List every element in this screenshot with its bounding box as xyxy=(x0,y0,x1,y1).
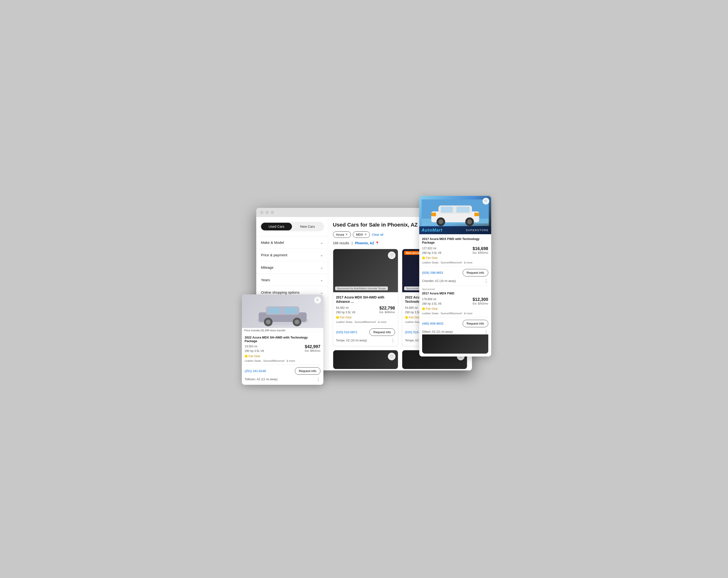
svg-rect-4 xyxy=(284,308,297,314)
location-link[interactable]: Phoenix, AZ 📍 xyxy=(355,241,379,245)
right-car2-price-main: $12,300 xyxy=(472,297,488,302)
deal-dot-floating xyxy=(245,355,248,358)
filter-make-model[interactable]: Make & Model ⌄ xyxy=(256,236,328,248)
filter-chip-acura[interactable]: Acura ✕ xyxy=(333,231,351,238)
right-car2-name: 2017 Acura MDX FWD xyxy=(422,291,488,295)
right-car-name: 2017 Acura MDX FWD with Technology Packa… xyxy=(422,237,488,244)
floating-card-right: ♡ AutoMart SUPERSTORE 2017 Acura MDX FWD… xyxy=(419,196,491,357)
favorite-button-floating[interactable]: ♡ xyxy=(314,297,321,304)
right-request-btn[interactable]: Request info xyxy=(463,269,488,277)
right-car-stats: 127,922 mi 290 hp 3.5L V6 $16,698 Est. $… xyxy=(422,246,488,255)
remove-mdx-icon[interactable]: ✕ xyxy=(364,233,367,236)
traffic-light-minimize[interactable] xyxy=(265,211,269,214)
favorite-button-1[interactable]: ♡ xyxy=(388,252,395,259)
right-car2-phone[interactable]: (480) 608-9833 xyxy=(422,322,443,325)
floating-features: Leather Seats · Sunroof/Moonroof · & mor… xyxy=(245,359,320,362)
deal-dot-icon-2 xyxy=(405,316,408,319)
right-car2-location: Gilbert, AZ (21 mi away) xyxy=(422,330,453,334)
right-car-bottom-image xyxy=(422,335,488,353)
automart-logo: AutoMart xyxy=(422,228,442,233)
right-card-footer: (928) 298-9651 Request info xyxy=(422,266,488,277)
request-info-button-1[interactable]: Request info xyxy=(369,329,395,336)
dealer-location-1: Tempe, AZ (10 mi away) xyxy=(336,339,367,342)
right-car2-location-row: Gilbert, AZ (21 mi away) ⋮ xyxy=(422,329,488,335)
svg-point-6 xyxy=(266,320,270,324)
car-card-3: ♡ xyxy=(333,350,398,369)
filter-chip-mdx-label: MDX xyxy=(356,233,363,236)
automart-badge: AutoMart SUPERSTORE xyxy=(419,226,491,234)
filter-mileage[interactable]: Mileage ⌄ xyxy=(256,261,328,273)
floating-price-main: $42,997 xyxy=(305,344,320,349)
svg-point-16 xyxy=(438,219,443,224)
floating-mileage: 19,563 mi 290 hp 3.5L V6 xyxy=(245,344,264,353)
right-car2-deal: Fair Deal xyxy=(422,307,488,311)
right-phone[interactable]: (928) 298-9651 xyxy=(422,271,443,274)
favorite-button-right[interactable]: ♡ xyxy=(483,198,489,205)
floating-more-btn[interactable]: ⋮ xyxy=(316,377,320,382)
floating-card-footer: (251) 241-8146 Request info xyxy=(245,365,320,375)
car-card-1: ♡ Sponsored by AutoNation Hyundai Tempe … xyxy=(333,249,398,346)
svg-rect-14 xyxy=(457,207,470,213)
filter-price-payment[interactable]: Price & payment ⌄ xyxy=(256,248,328,261)
filter-years-label: Years xyxy=(261,278,270,282)
phone-link-1[interactable]: (520) 510-0871 xyxy=(336,330,357,334)
store-transfer-badge: Price includes $1,999 store transfer xyxy=(242,328,323,333)
filter-mileage-label: Mileage xyxy=(261,265,274,269)
browser-window: Used Cars New Cars Make & Model ⌄ Price … xyxy=(256,208,472,370)
filter-price-label: Price & payment xyxy=(261,253,287,257)
floating-request-btn[interactable]: Request info xyxy=(295,367,320,375)
deal-dot-icon xyxy=(336,316,339,319)
right-car-svg xyxy=(422,200,489,231)
car-stats-1: 84,482 mi 290 hp 3.5L V6 $22,798 Est. $4… xyxy=(336,306,395,315)
location-row-1: Tempe, AZ (10 mi away) ⋮ xyxy=(336,338,395,343)
floating-location: Tolleson, AZ (11 mi away) xyxy=(245,377,278,381)
car-name-1: 2017 Acura MDX SH-AWD with Advance ... xyxy=(336,295,395,304)
car-silhouette-svg xyxy=(252,299,314,328)
filter-make-model-label: Make & Model xyxy=(261,240,284,244)
sponsored-label-1: Sponsored by AutoNation Hyundai Tempe xyxy=(335,287,388,290)
used-cars-toggle[interactable]: Used Cars xyxy=(261,223,292,230)
floating-deal-badge: Fair Deal xyxy=(245,354,320,358)
superstore-label: SUPERSTORE xyxy=(466,229,489,232)
svg-rect-19 xyxy=(431,213,436,216)
car-image-1: ♡ Sponsored by AutoNation Hyundai Tempe xyxy=(333,249,398,292)
clear-all-link[interactable]: Clear all xyxy=(372,233,383,236)
floating-card-image: ♡ Price includes $1,999 store transfer xyxy=(242,294,323,333)
price-monthly-1: Est. $484/mo xyxy=(379,311,395,314)
location-pin-icon: 📍 xyxy=(375,241,379,245)
floating-price: $42,997 Est. $863/mo xyxy=(305,344,320,352)
right-car2-request-btn[interactable]: Request info xyxy=(463,320,488,327)
floating-location-row: Tolleson, AZ (11 mi away) ⋮ xyxy=(245,377,320,382)
filter-years[interactable]: Years ⌄ xyxy=(256,273,328,286)
right-car2-mileage: 176,806 mi 290 hp 3.5L V6 xyxy=(422,297,442,306)
floating-car-name: 2022 Acura MDX SH-AWD with Technology Pa… xyxy=(245,336,320,343)
right-car2-features: Leather Seats · Sunroof/Moonroof · & mor… xyxy=(422,312,488,315)
car-image-3: ♡ xyxy=(333,350,398,369)
chevron-down-icon: ⌄ xyxy=(320,265,323,270)
car-price-1: $22,798 Est. $484/mo xyxy=(379,306,395,314)
remove-acura-icon[interactable]: ✕ xyxy=(345,233,348,236)
filter-chip-mdx[interactable]: MDX ✕ xyxy=(353,231,370,238)
car-type-toggle: Used Cars New Cars xyxy=(260,222,324,231)
right-card-body: 2017 Acura MDX FWD with Technology Packa… xyxy=(419,234,491,357)
right-features: Leather Seats · Sunroof/Moonroof · & mor… xyxy=(422,261,488,264)
card-body-1: 2017 Acura MDX SH-AWD with Advance ... 8… xyxy=(333,292,398,346)
floating-phone[interactable]: (251) 241-8146 xyxy=(245,369,266,373)
traffic-light-close[interactable] xyxy=(260,211,263,214)
right-car2-stats: 176,806 mi 290 hp 3.5L V6 $12,300 Est. $… xyxy=(422,297,488,306)
right-location: Chandler, AZ (16 mi away) xyxy=(422,279,456,283)
filter-chip-acura-label: Acura xyxy=(336,233,344,236)
sponsored-tag-2: Sponsored xyxy=(422,288,488,291)
new-cars-toggle[interactable]: New Cars xyxy=(292,223,323,230)
svg-rect-20 xyxy=(474,213,479,216)
deal-badge-1: Fair Deal xyxy=(336,316,395,319)
price-main-1: $22,798 xyxy=(379,306,395,311)
right-more-btn[interactable]: ⋮ xyxy=(484,278,488,284)
right-card-image: ♡ AutoMart SUPERSTORE xyxy=(419,196,491,234)
more-options-button-1[interactable]: ⋮ xyxy=(391,338,395,343)
svg-rect-3 xyxy=(268,308,280,314)
traffic-light-maximize[interactable] xyxy=(270,211,274,214)
floating-price-monthly: Est. $863/mo xyxy=(305,349,320,352)
right-car2-more-btn[interactable]: ⋮ xyxy=(484,329,488,335)
favorite-button-3[interactable]: ♡ xyxy=(388,353,395,360)
